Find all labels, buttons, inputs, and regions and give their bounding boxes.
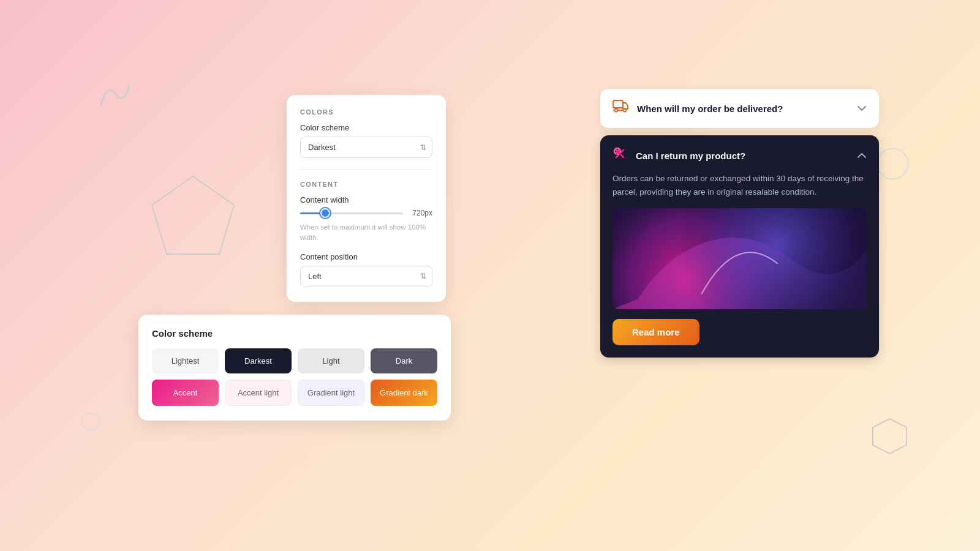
color-btn-dark[interactable]: Dark bbox=[371, 348, 437, 373]
content-width-label: Content width bbox=[300, 195, 432, 204]
content-position-select[interactable]: Left Center Right bbox=[300, 266, 432, 287]
delivery-truck-icon bbox=[612, 100, 628, 117]
circle-small-decoration bbox=[81, 412, 100, 432]
right-panel: When will my order be delivered? Can I r… bbox=[600, 89, 879, 358]
color-btn-accent[interactable]: Accent bbox=[152, 380, 219, 406]
return-question-text: Can I return my product? bbox=[636, 151, 848, 161]
colors-panel: COLORS Color scheme Darkest Lightest Lig… bbox=[287, 95, 446, 302]
hexagon-decoration bbox=[870, 416, 910, 456]
return-answer-text: Orders can be returned or exchanged with… bbox=[612, 172, 867, 200]
panel-divider bbox=[300, 169, 432, 170]
svg-point-5 bbox=[615, 109, 618, 112]
faq-delivery-item[interactable]: When will my order be delivered? bbox=[600, 89, 879, 128]
colors-section-title: COLORS bbox=[300, 108, 432, 116]
content-position-label: Content position bbox=[300, 252, 432, 261]
svg-point-2 bbox=[82, 413, 99, 430]
slider-hint: When set to maximum it will show 100% wi… bbox=[300, 222, 432, 244]
faq-product-image bbox=[612, 208, 867, 309]
color-buttons-grid: Lightest Darkest Light Dark Accent Accen… bbox=[152, 348, 437, 406]
color-scheme-card: Color scheme Lightest Darkest Light Dark… bbox=[138, 315, 451, 421]
content-section-title: CONTENT bbox=[300, 181, 432, 188]
pentagon-decoration bbox=[147, 171, 239, 266]
content-position-select-wrapper: Left Center Right ⇅ bbox=[300, 266, 432, 287]
return-chevron-up-icon[interactable] bbox=[857, 150, 867, 161]
color-scheme-select[interactable]: Darkest Lightest Light Dark Accent Accen… bbox=[300, 137, 432, 158]
faq-image-canvas bbox=[612, 208, 867, 309]
svg-marker-3 bbox=[873, 419, 907, 454]
circle-large-decoration bbox=[876, 147, 910, 181]
delivery-question-text: When will my order be delivered? bbox=[637, 103, 848, 114]
content-width-row: 720px bbox=[300, 209, 432, 217]
svg-point-1 bbox=[878, 149, 908, 179]
color-btn-light[interactable]: Light bbox=[298, 348, 364, 373]
color-btn-lightest[interactable]: Lightest bbox=[152, 348, 219, 373]
color-btn-gradient-light[interactable]: Gradient light bbox=[298, 380, 364, 406]
delivery-chevron-down-icon[interactable] bbox=[857, 103, 867, 114]
return-x-icon bbox=[612, 146, 627, 165]
content-width-value: 720px bbox=[409, 209, 432, 217]
faq-open-header: Can I return my product? bbox=[612, 146, 867, 165]
color-btn-darkest[interactable]: Darkest bbox=[225, 348, 292, 373]
color-btn-gradient-dark[interactable]: Gradient dark bbox=[371, 380, 437, 406]
faq-return-item: Can I return my product? Orders can be r… bbox=[600, 135, 879, 358]
color-scheme-select-wrapper: Darkest Lightest Light Dark Accent Accen… bbox=[300, 137, 432, 158]
color-scheme-card-title: Color scheme bbox=[152, 328, 437, 339]
svg-point-6 bbox=[624, 109, 627, 112]
svg-rect-4 bbox=[613, 100, 623, 108]
color-btn-accent-light[interactable]: Accent light bbox=[225, 380, 292, 406]
svg-marker-0 bbox=[152, 176, 234, 254]
squiggle-decoration bbox=[95, 80, 132, 110]
content-width-slider[interactable] bbox=[300, 212, 403, 214]
read-more-button[interactable]: Read more bbox=[612, 319, 699, 345]
color-scheme-label: Color scheme bbox=[300, 123, 432, 132]
